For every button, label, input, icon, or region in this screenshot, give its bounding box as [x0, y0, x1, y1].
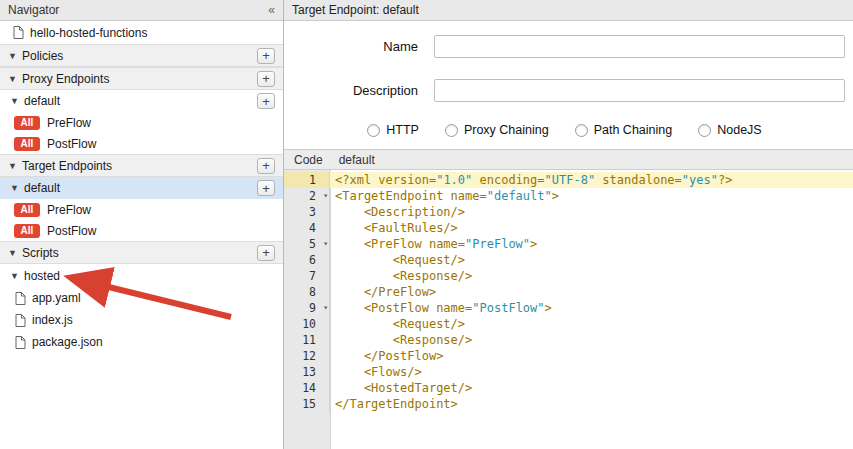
nav-flow-preflow[interactable]: AllPreFlow	[0, 112, 283, 133]
code-file-label: default	[339, 153, 375, 167]
code-row[interactable]: 12 </PostFlow>	[284, 348, 853, 364]
line-number: 5▾	[284, 236, 330, 252]
code-token-tag: </TargetEndpoint>	[335, 397, 458, 411]
code-editor[interactable]: 1<?xml version="1.0" encoding="UTF-8" st…	[284, 170, 853, 449]
add-policies-button[interactable]: +	[257, 48, 275, 64]
code-row[interactable]: 1<?xml version="1.0" encoding="UTF-8" st…	[284, 172, 853, 188]
line-number: 7	[284, 268, 330, 284]
line-number: 12	[284, 348, 330, 364]
code-row[interactable]: 3 <Description/>	[284, 204, 853, 220]
code-token-tag: standalone=	[595, 173, 682, 187]
code-line-text: <Flows/>	[330, 364, 853, 380]
chevron-down-icon[interactable]: ▼	[8, 161, 22, 171]
add-default-button[interactable]: +	[257, 93, 275, 109]
code-token-string: "PostFlow"	[472, 301, 544, 315]
add-proxy-endpoints-button[interactable]: +	[257, 71, 275, 87]
nav-flow-postflow[interactable]: AllPostFlow	[0, 133, 283, 154]
code-token-tag: >	[545, 301, 552, 315]
flow-condition-badge: All	[14, 116, 40, 130]
code-row[interactable]: 6 <Request/>	[284, 252, 853, 268]
item-label: hello-hosted-functions	[30, 26, 147, 40]
node-label: default	[24, 94, 60, 108]
nav-section-proxy-endpoints[interactable]: ▼Proxy Endpoints+	[0, 67, 283, 90]
code-row[interactable]: 8 </PreFlow>	[284, 284, 853, 300]
radio-group: HTTPProxy ChainingPath ChainingNodeJS	[284, 123, 845, 137]
nav-file-index-js[interactable]: index.js	[0, 309, 283, 331]
code-line-text: <Request/>	[330, 316, 853, 332]
add-default-button[interactable]: +	[257, 180, 275, 196]
chevron-down-icon[interactable]: ▼	[10, 271, 24, 281]
code-token-string: "1.0"	[436, 173, 472, 187]
node-label: default	[24, 181, 60, 195]
nav-node-default[interactable]: ▼default+	[0, 90, 283, 112]
nav-flow-postflow[interactable]: AllPostFlow	[0, 220, 283, 241]
code-token-tag: ?>	[718, 173, 732, 187]
nav-flow-preflow[interactable]: AllPreFlow	[0, 199, 283, 220]
nav-folder-hosted[interactable]: ▼hosted	[0, 264, 283, 287]
navigator-title: Navigator	[8, 3, 268, 17]
flow-condition-badge: All	[14, 137, 40, 151]
radio-button-icon[interactable]	[445, 124, 458, 137]
nav-file-app-yaml[interactable]: app.yaml	[0, 287, 283, 309]
nav-file-package-json[interactable]: package.json	[0, 331, 283, 353]
fold-toggle-icon[interactable]: ▾	[323, 300, 328, 316]
detail-header: Target Endpoint: default	[284, 0, 853, 21]
code-row[interactable]: 2▾<TargetEndpoint name="default">	[284, 188, 853, 204]
line-number: 6	[284, 252, 330, 268]
flow-label: PostFlow	[47, 137, 96, 151]
code-row[interactable]: 5▾ <PreFlow name="PreFlow">	[284, 236, 853, 252]
code-header-label: Code	[294, 153, 323, 167]
chevron-down-icon[interactable]: ▼	[8, 248, 22, 258]
code-row[interactable]: 11 <Response/>	[284, 332, 853, 348]
fold-toggle-icon[interactable]: ▾	[323, 236, 328, 252]
description-input[interactable]	[434, 79, 845, 102]
code-row[interactable]: 4 <FaultRules/>	[284, 220, 853, 236]
code-row[interactable]: 13 <Flows/>	[284, 364, 853, 380]
add-target-endpoints-button[interactable]: +	[257, 158, 275, 174]
radio-nodejs[interactable]: NodeJS	[698, 123, 761, 137]
line-number: 15	[284, 396, 330, 412]
radio-http[interactable]: HTTP	[367, 123, 419, 137]
name-input[interactable]	[434, 35, 845, 58]
flow-label: PreFlow	[47, 116, 91, 130]
code-token-string: "default"	[487, 189, 552, 203]
chevron-down-icon[interactable]: ▼	[10, 96, 24, 106]
detail-panel: Target Endpoint: default Name Descriptio…	[284, 0, 853, 449]
description-row: Description	[284, 79, 845, 102]
name-row: Name	[284, 35, 845, 58]
code-row[interactable]: 7 <Response/>	[284, 268, 853, 284]
radio-label: HTTP	[386, 123, 419, 137]
line-number: 9▾	[284, 300, 330, 316]
flow-label: PostFlow	[47, 224, 96, 238]
code-row[interactable]: 9▾ <PostFlow name="PostFlow">	[284, 300, 853, 316]
nav-section-scripts[interactable]: ▼Scripts+	[0, 241, 283, 264]
radio-path-chaining[interactable]: Path Chaining	[575, 123, 673, 137]
nav-section-policies[interactable]: ▼Policies+	[0, 44, 283, 67]
code-token-tag: >	[530, 237, 537, 251]
file-icon	[15, 292, 26, 305]
radio-button-icon[interactable]	[367, 124, 380, 137]
navigator-header: Navigator «	[0, 0, 283, 21]
endpoint-form: Name Description HTTPProxy ChainingPath …	[284, 21, 853, 149]
code-token-string: "UTF-8"	[545, 173, 596, 187]
code-line-text: <FaultRules/>	[330, 220, 853, 236]
radio-button-icon[interactable]	[698, 124, 711, 137]
fold-toggle-icon[interactable]: ▾	[323, 188, 328, 204]
chevron-down-icon[interactable]: ▼	[8, 74, 22, 84]
name-label: Name	[284, 39, 434, 54]
app-window: Navigator « hello-hosted-functions▼Polic…	[0, 0, 853, 449]
nav-node-default[interactable]: ▼default+	[0, 177, 283, 199]
code-row[interactable]: 10 <Request/>	[284, 316, 853, 332]
nav-item-hello-hosted-functions[interactable]: hello-hosted-functions	[0, 21, 283, 44]
collapse-navigator-button[interactable]: «	[268, 3, 275, 17]
code-token-tag: <Request/>	[335, 317, 465, 331]
nav-section-target-endpoints[interactable]: ▼Target Endpoints+	[0, 154, 283, 177]
chevron-down-icon[interactable]: ▼	[10, 183, 24, 193]
radio-button-icon[interactable]	[575, 124, 588, 137]
add-scripts-button[interactable]: +	[257, 245, 275, 261]
code-row[interactable]: 15</TargetEndpoint>	[284, 396, 853, 412]
chevron-down-icon[interactable]: ▼	[8, 51, 22, 61]
code-token-tag: <PostFlow name=	[335, 301, 472, 315]
code-row[interactable]: 14 <HostedTarget/>	[284, 380, 853, 396]
radio-proxy-chaining[interactable]: Proxy Chaining	[445, 123, 549, 137]
